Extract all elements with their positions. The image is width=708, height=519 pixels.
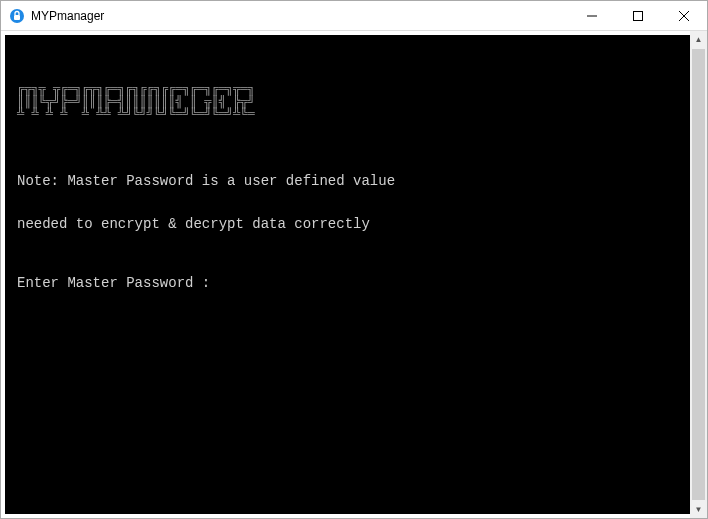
- scrollbar-thumb[interactable]: [692, 49, 705, 500]
- note-line-1: Note: Master Password is a user defined …: [17, 171, 678, 191]
- titlebar-left: MYPmanager: [9, 8, 104, 24]
- svg-rect-3: [634, 12, 643, 21]
- note-line-2: needed to encrypt & decrypt data correct…: [17, 214, 678, 234]
- window-title: MYPmanager: [31, 9, 104, 23]
- maximize-button[interactable]: [615, 1, 661, 31]
- titlebar[interactable]: MYPmanager: [1, 1, 707, 31]
- ascii-banner: ╔╦╗╦ ╦╔═╗╔╦╗╔═╗╔╗╔╔╗╔╔═╗╔═╗╔═╗╦═╗ ║║║╚╦╝…: [17, 83, 678, 121]
- terminal-output[interactable]: ╔╦╗╦ ╦╔═╗╔╦╗╔═╗╔╗╔╔╗╔╔═╗╔═╗╔═╗╦═╗ ║║║╚╦╝…: [5, 35, 690, 514]
- window-controls: [569, 1, 707, 30]
- minimize-button[interactable]: [569, 1, 615, 31]
- scroll-up-arrow[interactable]: ▲: [690, 31, 707, 48]
- content-area: ╔╦╗╦ ╦╔═╗╔╦╗╔═╗╔╗╔╔╗╔╔═╗╔═╗╔═╗╦═╗ ║║║╚╦╝…: [1, 31, 707, 518]
- close-button[interactable]: [661, 1, 707, 31]
- vertical-scrollbar[interactable]: ▲ ▼: [690, 31, 707, 518]
- lock-icon: [9, 8, 25, 24]
- scroll-down-arrow[interactable]: ▼: [690, 501, 707, 518]
- app-window: MYPmanager ╔╦╗╦ ╦╔═╗╔╦╗╔═╗╔╗╔╔╗╔╔═╗╔═╗╔═…: [0, 0, 708, 519]
- password-prompt: Enter Master Password :: [17, 273, 678, 293]
- svg-rect-1: [14, 15, 20, 20]
